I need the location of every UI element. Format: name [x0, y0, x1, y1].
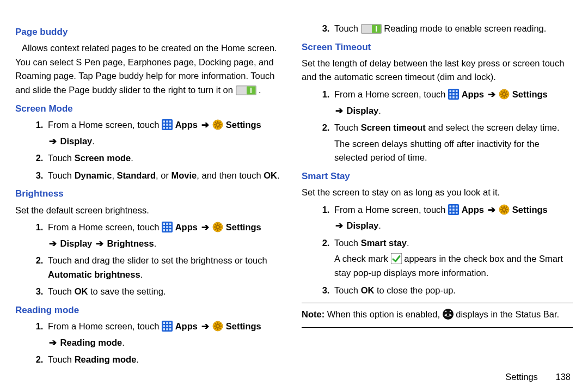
divider [302, 303, 573, 303]
apps-icon [448, 204, 459, 215]
list-item: From a Home screen, touch Apps ➔ Setting… [332, 88, 573, 118]
heading-page-buddy: Page buddy [15, 25, 286, 39]
footer-page-number: 138 [555, 372, 571, 382]
list-item: Touch Reading mode. [46, 353, 286, 367]
apps-label: Apps [462, 205, 487, 215]
movie-label: Movie [171, 170, 197, 180]
text: Touch [334, 23, 361, 33]
brightness-intro: Set the default screen brightness. [15, 204, 286, 218]
screen-timeout-label: Screen timeout [361, 122, 426, 132]
text: When this option is enabled, [324, 309, 442, 319]
screen-timeout-steps: From a Home screen, touch Apps ➔ Setting… [302, 88, 573, 165]
settings-icon [212, 321, 223, 332]
divider [302, 327, 573, 328]
text: Touch [48, 170, 75, 180]
text: ➔ Display ➔ Brightness. [48, 237, 286, 251]
document-page: Page buddy Allows context related pages … [0, 0, 588, 392]
text: Touch [334, 285, 361, 295]
page-footer: Settings 138 [505, 372, 571, 382]
list-item: Touch OK to close the pop-up. [332, 284, 573, 298]
footer-section: Settings [505, 372, 538, 382]
text: From a Home screen, touch [334, 205, 448, 215]
text: , and then touch [197, 170, 264, 180]
brightness-label: Brightness [107, 238, 154, 248]
text: ➔ Display. [48, 134, 286, 149]
text: to save the setting. [88, 286, 166, 296]
standard-label: Standard [117, 170, 156, 180]
settings-icon [212, 119, 223, 130]
settings-label: Settings [226, 120, 261, 130]
arrow-icon: ➔ [200, 320, 210, 334]
text: and select the screen delay time. [426, 122, 560, 132]
text: . [140, 270, 143, 279]
checkbox-checked-icon [391, 253, 402, 264]
apps-icon [162, 222, 173, 232]
apps-label: Apps [175, 321, 200, 331]
brightness-steps: From a Home screen, touch Apps ➔ Setting… [15, 220, 286, 299]
ok-label: OK [361, 285, 375, 295]
apps-label: Apps [175, 222, 200, 232]
text: Touch [334, 122, 361, 132]
text: ➔ Display. [334, 104, 573, 118]
apps-icon [162, 321, 173, 332]
list-item: From a Home screen, touch Apps ➔ Setting… [332, 203, 573, 233]
reading-mode-steps: From a Home screen, touch Apps ➔ Setting… [15, 320, 286, 367]
list-item: Touch Reading mode to enable screen read… [332, 22, 573, 36]
note-label: Note: [302, 309, 324, 319]
text: . [136, 354, 139, 364]
list-item: From a Home screen, touch Apps ➔ Setting… [46, 220, 286, 250]
screen-mode-steps: From a Home screen, touch Apps ➔ Setting… [15, 118, 286, 182]
note-smart-stay: Note: When this option is enabled, displ… [302, 308, 573, 322]
text: . [407, 238, 409, 248]
text: A check mark [334, 254, 391, 264]
text: From a Home screen, touch [334, 89, 448, 99]
settings-label: Settings [512, 89, 548, 99]
text: A check mark appears in the check box an… [334, 252, 573, 280]
text: Touch [48, 286, 75, 296]
smart-stay-steps: From a Home screen, touch Apps ➔ Setting… [302, 203, 573, 297]
text: The screen delays shutting off after ina… [334, 137, 573, 165]
settings-icon [212, 222, 223, 232]
apps-icon [448, 89, 459, 100]
text: . [131, 153, 133, 163]
ok-label: OK [264, 170, 277, 180]
screen-mode-label: Screen mode [75, 153, 131, 163]
smart-stay-label: Smart stay [361, 238, 407, 248]
arrow-icon: ➔ [200, 118, 210, 132]
reading-mode-label: Reading mode [75, 354, 137, 364]
list-item: Touch OK to save the setting. [46, 285, 286, 299]
arrow-icon: ➔ [48, 237, 58, 251]
list-item: Touch Screen mode. [46, 151, 286, 166]
settings-label: Settings [226, 222, 261, 232]
settings-label: Settings [226, 321, 261, 331]
text: Reading mode to enable screen reading. [384, 23, 546, 33]
arrow-icon: ➔ [334, 219, 344, 233]
ok-label: OK [75, 286, 88, 296]
dynamic-label: Dynamic [75, 170, 112, 180]
heading-brightness: Brightness [15, 187, 286, 201]
text: Touch [334, 238, 361, 248]
text: Touch [48, 153, 75, 163]
arrow-icon: ➔ [334, 104, 344, 118]
heading-screen-timeout: Screen Timeout [302, 40, 573, 54]
text: From a Home screen, touch [48, 321, 162, 331]
list-item: Touch Smart stay. A check mark appears i… [332, 236, 573, 280]
heading-smart-stay: Smart Stay [302, 169, 573, 183]
settings-icon [499, 89, 510, 100]
heading-reading-mode: Reading mode [15, 303, 286, 317]
right-column: Touch Reading mode to enable screen read… [302, 21, 573, 382]
text: . [378, 220, 381, 230]
arrow-icon: ➔ [95, 237, 105, 251]
screen-timeout-intro: Set the length of delay between the last… [302, 57, 573, 84]
text: to close the pop-up. [374, 285, 456, 295]
text: . [277, 170, 280, 180]
arrow-icon: ➔ [200, 220, 210, 235]
text: . [154, 238, 157, 248]
apps-icon [162, 119, 173, 130]
display-label: Display [60, 136, 93, 146]
list-item: From a Home screen, touch Apps ➔ Setting… [46, 320, 286, 350]
toggle-on-icon [236, 85, 256, 95]
text: ➔ Reading mode. [48, 336, 286, 350]
reading-mode-steps-cont: Touch Reading mode to enable screen read… [302, 22, 573, 36]
list-item: Touch Dynamic, Standard, or Movie, and t… [46, 169, 286, 183]
